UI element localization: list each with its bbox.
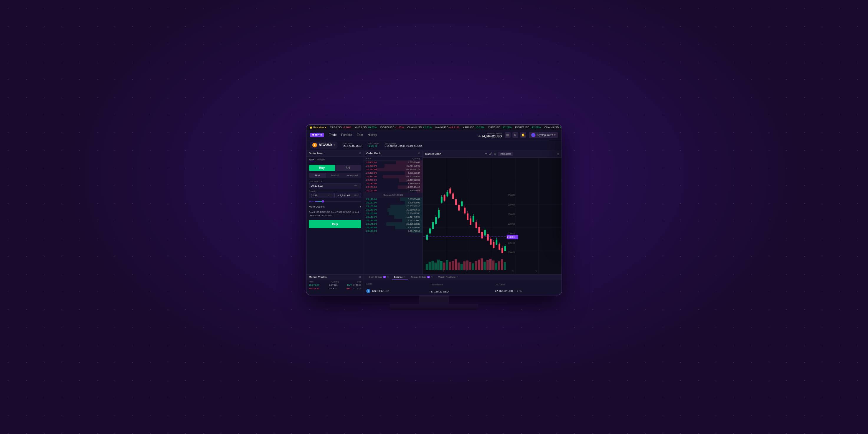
notification-icon[interactable]: 🔔 xyxy=(520,132,526,138)
more-options[interactable]: More Options ▾ xyxy=(309,205,361,208)
quantity-input[interactable]: 0.125 BTC xyxy=(309,193,335,198)
bid-row-9[interactable]: 20,137.00 3.88473913 xyxy=(364,229,423,233)
market-trades-close[interactable]: ✕ xyxy=(359,276,361,279)
bid-row-3[interactable]: 20,160.00 30.26027613 xyxy=(364,208,423,212)
ticker-item-1[interactable]: XMR/USD +0.21% xyxy=(355,126,377,129)
phone-overlay: ‹ ₿ BTC/USD 21,600.00 Vol:43.1M Index: 2… xyxy=(562,131,562,240)
svg-rect-13 xyxy=(429,228,431,233)
nav-trade[interactable]: Trade xyxy=(329,133,337,137)
bid-row-0[interactable]: 20,170.00 9.58339481 xyxy=(364,198,423,201)
limit-price-input[interactable]: 20,173.02 USD xyxy=(309,183,361,189)
arrow-down-icon[interactable]: ↓ xyxy=(517,289,518,292)
limit-tab[interactable]: Limit xyxy=(309,173,326,178)
chart-close[interactable]: ✕ xyxy=(557,152,559,155)
ask-row-0[interactable]: 20,450.00 7.78583442 xyxy=(364,161,423,164)
svg-rect-37 xyxy=(464,208,466,213)
ask-row-3[interactable]: 20,220.00 5.23639634 xyxy=(364,171,423,175)
ask-row-6[interactable]: 20,187.00 4.28909978 xyxy=(364,182,423,185)
svg-rect-41 xyxy=(470,218,471,224)
ask-row-1[interactable]: 20,400.00 39.76629949 xyxy=(364,164,423,168)
ask-row-5[interactable]: 20,200.00 10.41982052 xyxy=(364,178,423,182)
bid-row-6[interactable]: 20,149.00 9.18370000 xyxy=(364,219,423,222)
svg-rect-87 xyxy=(487,260,489,270)
advanced-tab[interactable]: Advanced xyxy=(344,173,361,178)
orderbook-close[interactable]: ✕ xyxy=(418,152,420,155)
crosshair-icon[interactable]: ⊕ xyxy=(494,152,496,155)
usd-value-col: USD value xyxy=(495,281,559,287)
brush-icon[interactable]: 🖌 xyxy=(489,152,492,155)
bid-row-5[interactable]: 20,150.00 19.46747847 xyxy=(364,215,423,219)
svg-rect-21 xyxy=(441,197,442,203)
ticker-item-8[interactable]: CHAIN/USD +12.21% xyxy=(544,126,562,129)
slider-thumb[interactable] xyxy=(322,200,324,203)
nav-earn[interactable]: Earn xyxy=(357,133,363,137)
settings-icon[interactable]: ⚙ xyxy=(513,132,518,138)
nav-left: M M PRO Trade Portfolio Earn History xyxy=(310,133,377,137)
buy-button[interactable]: Buy xyxy=(309,165,335,171)
ask-row-2[interactable]: 20,290.00 49.92954713 xyxy=(364,168,423,171)
leverage-slider[interactable]: 18% xyxy=(309,200,361,203)
svg-rect-47 xyxy=(478,227,480,233)
ticker-bar: ⭐ Favorites ▾ XPR/USD -2.18% XMR/USD +0.… xyxy=(306,125,562,130)
portfolio-value: Portfolio Value 👁 94,864.62 USD xyxy=(478,132,502,138)
tab-margin[interactable]: Margin xyxy=(317,158,325,161)
favorites-button[interactable]: ⭐ Favorites ▾ xyxy=(309,126,327,129)
nav-portfolio[interactable]: Portfolio xyxy=(341,133,352,137)
percent-toggle[interactable]: % xyxy=(520,290,522,292)
ticker-item-2[interactable]: DOGE/USD -1.25% xyxy=(380,126,404,129)
bid-row-4[interactable]: 20,155.00 28.73431355 xyxy=(364,212,423,215)
stand-neck xyxy=(419,295,449,304)
svg-rect-61 xyxy=(498,244,500,250)
calendar-icon[interactable]: ▦ xyxy=(505,132,510,138)
balance-row-0: $ US Dollar USD 47,168.22 USD 47,168.2 xyxy=(364,288,562,295)
bid-row-7[interactable]: 20,145.00 29.59538830 xyxy=(364,222,423,226)
svg-rect-11 xyxy=(426,234,428,239)
indicators-button[interactable]: Indicators xyxy=(498,152,513,156)
sell-button[interactable]: Sell xyxy=(335,165,361,171)
ticker-item-3[interactable]: CHAIN/USD +2.21% xyxy=(407,126,432,129)
svg-rect-15 xyxy=(432,222,434,229)
tab-spot[interactable]: Spot xyxy=(309,158,314,161)
nav-history[interactable]: History xyxy=(368,133,377,137)
pencil-icon[interactable]: ✏ xyxy=(485,152,487,155)
ask-row-8[interactable]: 20,173.00 0.25804971 xyxy=(364,189,423,193)
svg-text:5: 5 xyxy=(513,269,513,272)
svg-rect-65 xyxy=(504,246,506,251)
balance-content: Assets Total balance USD value xyxy=(364,280,562,288)
order-form-close[interactable]: ✕ xyxy=(359,152,361,155)
chart-header: Market Chart ✏ 🖌 ⊕ Indicators ✕ xyxy=(423,150,562,158)
bid-row-8[interactable]: 20,140.00 17.95979887 xyxy=(364,226,423,229)
pair-selector[interactable]: ₿ BTC/USD ▾ xyxy=(310,142,337,149)
submit-order-button[interactable]: Buy xyxy=(309,220,361,228)
arrow-up-icon[interactable]: ↑ xyxy=(514,289,516,292)
ticker-item-4[interactable]: KAVA/USD -42.21% xyxy=(435,126,459,129)
ticker-item-6[interactable]: XMR/USD +12.21% xyxy=(488,126,512,129)
ticker-item-0[interactable]: XPR/USD -2.18% xyxy=(330,126,351,129)
user-menu[interactable]: 👤 Cryptopunk77 ▾ xyxy=(529,132,558,138)
tab-balance[interactable]: Balance ✕ xyxy=(392,274,408,280)
ask-row-7[interactable]: 20,181.00 11.69549418 xyxy=(364,185,423,189)
trade-row-1[interactable]: 20,121.16 1.46815 SELL 17:56:06 xyxy=(306,287,364,290)
main-content: Order Form ✕ Spot Margin Buy Sell Limi xyxy=(306,150,562,274)
tab-open-orders[interactable]: Open Orders 7 ✕ xyxy=(366,274,391,280)
ticker-item-5[interactable]: XPR/USD +0.21% xyxy=(463,126,485,129)
svg-rect-75 xyxy=(452,261,454,270)
svg-rect-31 xyxy=(455,199,457,205)
bid-row-1[interactable]: 20,167.00 6.59652599 xyxy=(364,201,423,205)
ticker-item-7[interactable]: DOGE/USD +12.21% xyxy=(515,126,541,129)
order-form-panel: Order Form ✕ Spot Margin Buy Sell Limi xyxy=(306,150,364,274)
bottom-panels: Market Trades ✕ Price Quantity Side 20,1… xyxy=(306,274,562,295)
svg-rect-79 xyxy=(463,261,466,270)
tab-trigger-orders[interactable]: Trigger Orders 0 ✕ xyxy=(409,274,435,280)
market-trades-cols: Price Quantity Side xyxy=(306,280,364,283)
trade-row-0[interactable]: 20,170.87 0.07621 BUY 17:56:08 xyxy=(306,283,364,287)
tab-margin-positions[interactable]: Margin Positions ✕ xyxy=(436,274,461,280)
svg-rect-85 xyxy=(480,258,483,270)
svg-rect-74 xyxy=(449,262,451,270)
svg-rect-88 xyxy=(489,259,492,270)
total-input[interactable]: = 2,521.62 USD xyxy=(336,193,362,198)
svg-text:4: 4 xyxy=(489,269,490,272)
bid-row-2[interactable]: 20,165.00 23.20798216 xyxy=(364,205,423,208)
ask-row-4[interactable]: 20,310.00 41.75172824 xyxy=(364,175,423,178)
market-tab[interactable]: Market xyxy=(326,173,344,178)
